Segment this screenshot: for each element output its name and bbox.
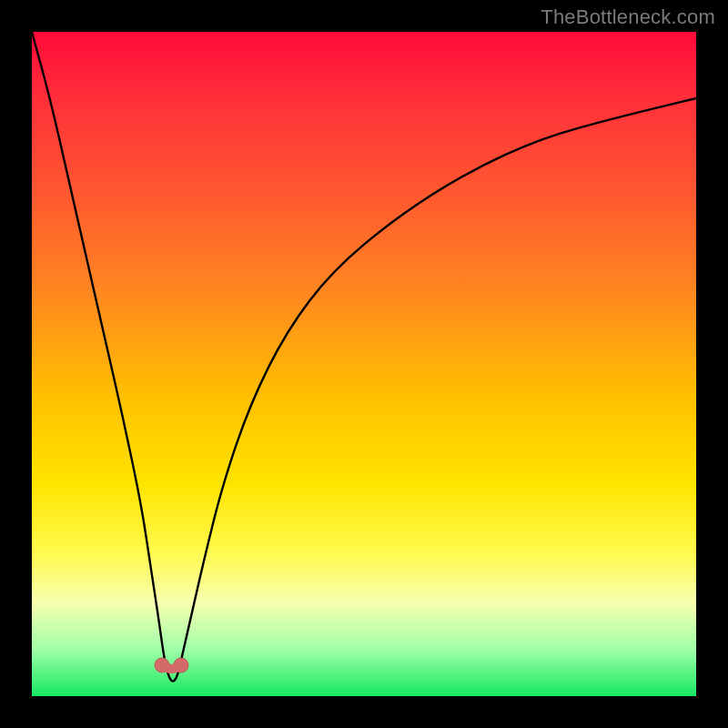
- watermark-text: TheBottleneck.com: [541, 5, 715, 29]
- bottleneck-curve-path: [32, 32, 696, 682]
- min-marker-connector: [162, 665, 181, 669]
- curve-svg: [32, 32, 696, 696]
- chart-frame: TheBottleneck.com: [0, 0, 728, 728]
- plot-area: [32, 32, 696, 696]
